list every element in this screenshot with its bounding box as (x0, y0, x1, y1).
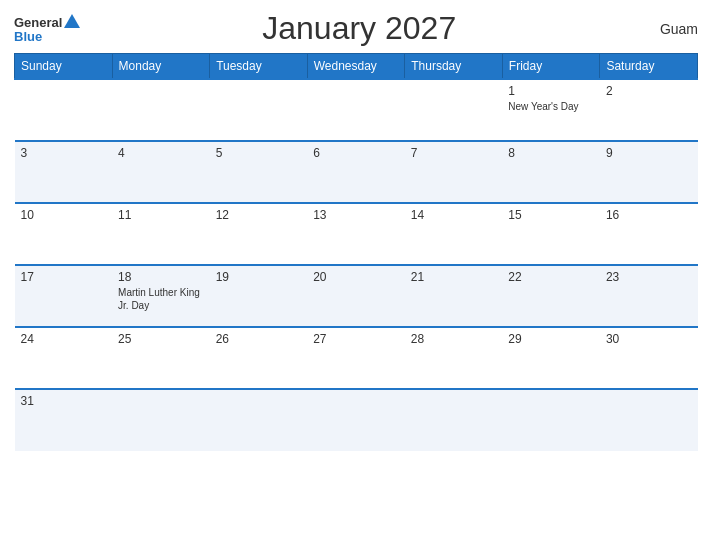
day-number: 24 (21, 332, 107, 346)
calendar-cell: 5 (210, 141, 308, 203)
calendar-cell (15, 79, 113, 141)
day-number: 7 (411, 146, 497, 160)
day-number: 27 (313, 332, 399, 346)
day-number: 1 (508, 84, 594, 98)
day-number: 3 (21, 146, 107, 160)
calendar-cell: 23 (600, 265, 698, 327)
calendar-cell: 12 (210, 203, 308, 265)
col-sunday: Sunday (15, 54, 113, 80)
calendar-cell: 4 (112, 141, 210, 203)
calendar-cell (210, 389, 308, 451)
holiday-name: Martin Luther King Jr. Day (118, 286, 204, 312)
calendar-cell (405, 389, 503, 451)
day-number: 14 (411, 208, 497, 222)
calendar-week-row: 24252627282930 (15, 327, 698, 389)
calendar-cell: 24 (15, 327, 113, 389)
calendar-cell: 28 (405, 327, 503, 389)
calendar-table: Sunday Monday Tuesday Wednesday Thursday… (14, 53, 698, 451)
calendar-header-row: Sunday Monday Tuesday Wednesday Thursday… (15, 54, 698, 80)
day-number: 21 (411, 270, 497, 284)
calendar-cell (112, 79, 210, 141)
calendar-cell (600, 389, 698, 451)
calendar-cell: 2 (600, 79, 698, 141)
day-number: 28 (411, 332, 497, 346)
calendar-cell: 7 (405, 141, 503, 203)
day-number: 11 (118, 208, 204, 222)
calendar-week-row: 3456789 (15, 141, 698, 203)
calendar-cell: 27 (307, 327, 405, 389)
calendar-week-row: 10111213141516 (15, 203, 698, 265)
logo-blue-text: Blue (14, 30, 42, 43)
day-number: 18 (118, 270, 204, 284)
calendar-cell: 17 (15, 265, 113, 327)
day-number: 29 (508, 332, 594, 346)
day-number: 19 (216, 270, 302, 284)
day-number: 20 (313, 270, 399, 284)
calendar-cell (502, 389, 600, 451)
calendar-week-row: 31 (15, 389, 698, 451)
calendar-cell: 3 (15, 141, 113, 203)
logo-triangle-icon (64, 14, 80, 28)
calendar-cell (307, 389, 405, 451)
calendar-cell: 8 (502, 141, 600, 203)
calendar-cell: 15 (502, 203, 600, 265)
calendar-cell: 16 (600, 203, 698, 265)
day-number: 4 (118, 146, 204, 160)
calendar-cell: 11 (112, 203, 210, 265)
calendar-cell: 25 (112, 327, 210, 389)
day-number: 25 (118, 332, 204, 346)
day-number: 23 (606, 270, 692, 284)
calendar-week-row: 1New Year's Day2 (15, 79, 698, 141)
col-thursday: Thursday (405, 54, 503, 80)
day-number: 13 (313, 208, 399, 222)
calendar-cell: 9 (600, 141, 698, 203)
day-number: 30 (606, 332, 692, 346)
day-number: 8 (508, 146, 594, 160)
day-number: 26 (216, 332, 302, 346)
calendar-cell: 20 (307, 265, 405, 327)
col-saturday: Saturday (600, 54, 698, 80)
day-number: 22 (508, 270, 594, 284)
day-number: 2 (606, 84, 692, 98)
calendar-page: General Blue January 2027 Guam Sunday Mo… (0, 0, 712, 550)
calendar-cell: 18Martin Luther King Jr. Day (112, 265, 210, 327)
calendar-cell: 31 (15, 389, 113, 451)
day-number: 17 (21, 270, 107, 284)
region-label: Guam (638, 21, 698, 37)
day-number: 9 (606, 146, 692, 160)
calendar-cell: 22 (502, 265, 600, 327)
calendar-cell: 30 (600, 327, 698, 389)
holiday-name: New Year's Day (508, 100, 594, 113)
calendar-cell (112, 389, 210, 451)
day-number: 12 (216, 208, 302, 222)
header: General Blue January 2027 Guam (14, 10, 698, 47)
day-number: 10 (21, 208, 107, 222)
calendar-title: January 2027 (80, 10, 638, 47)
day-number: 6 (313, 146, 399, 160)
col-tuesday: Tuesday (210, 54, 308, 80)
day-number: 31 (21, 394, 107, 408)
calendar-cell: 13 (307, 203, 405, 265)
calendar-cell (307, 79, 405, 141)
calendar-cell: 26 (210, 327, 308, 389)
calendar-cell: 29 (502, 327, 600, 389)
col-friday: Friday (502, 54, 600, 80)
calendar-cell (210, 79, 308, 141)
calendar-cell: 19 (210, 265, 308, 327)
calendar-cell: 14 (405, 203, 503, 265)
day-number: 5 (216, 146, 302, 160)
logo: General Blue (14, 14, 80, 43)
calendar-cell: 21 (405, 265, 503, 327)
calendar-cell: 10 (15, 203, 113, 265)
calendar-cell: 6 (307, 141, 405, 203)
calendar-week-row: 1718Martin Luther King Jr. Day1920212223 (15, 265, 698, 327)
day-number: 15 (508, 208, 594, 222)
col-monday: Monday (112, 54, 210, 80)
logo-general-text: General (14, 16, 62, 29)
day-number: 16 (606, 208, 692, 222)
calendar-cell (405, 79, 503, 141)
calendar-cell: 1New Year's Day (502, 79, 600, 141)
col-wednesday: Wednesday (307, 54, 405, 80)
